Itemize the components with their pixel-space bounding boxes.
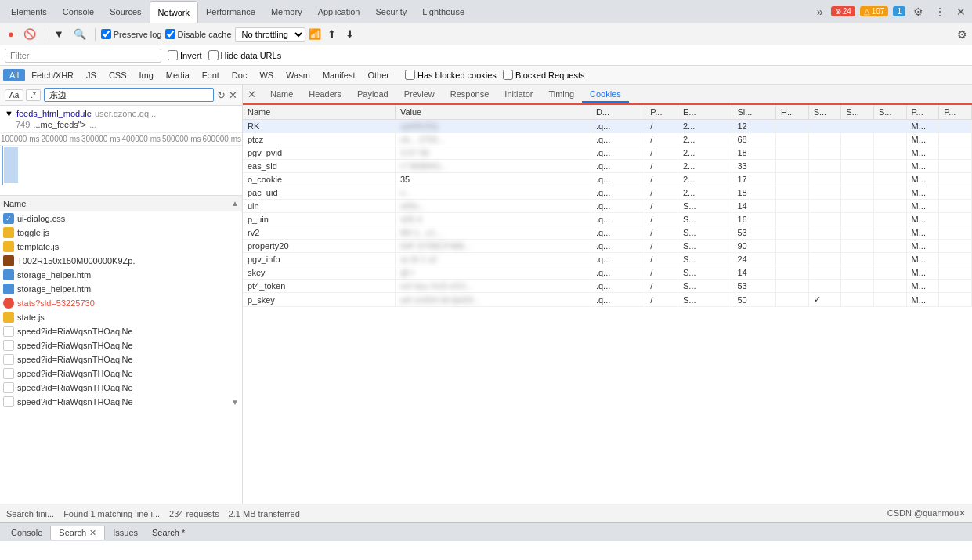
file-item-stats[interactable]: stats?sld=53225730 (0, 296, 242, 310)
blocked-requests-checkbox[interactable]: Blocked Requests (503, 70, 585, 80)
type-tab-fetch[interactable]: Fetch/XHR (25, 69, 80, 81)
panel-tab-payload[interactable]: Payload (349, 87, 396, 103)
type-tab-font[interactable]: Font (196, 69, 226, 81)
panel-tab-cookies[interactable]: Cookies (582, 87, 629, 103)
file-item-storage1[interactable]: storage_helper.html (0, 268, 242, 282)
search-refresh-btn[interactable]: ↻ (217, 89, 226, 101)
tab-performance[interactable]: Performance (198, 1, 263, 23)
more-btn[interactable]: ⋮ (931, 4, 949, 20)
col-header-size[interactable]: Si... (732, 105, 776, 120)
col-header-name[interactable]: Name (243, 105, 395, 120)
bottom-tab-console[interactable]: Console (3, 526, 50, 539)
source-tree-child[interactable]: 749 ...me_feeds"> ... (5, 120, 237, 129)
tab-sources[interactable]: Sources (102, 1, 149, 23)
col-header-sameparty[interactable]: S... (873, 105, 906, 120)
source-tree-root[interactable]: ▼ feeds_html_module user.qzone.qq... (5, 109, 237, 118)
preserve-log-checkbox[interactable]: Preserve log (101, 29, 162, 39)
table-row[interactable]: eas_sidI f 96884G....q.../2...33M... (243, 160, 972, 173)
table-row[interactable]: ptczcb... 2702....q.../2...68M... (243, 133, 972, 146)
col-header-expires[interactable]: E... (678, 105, 732, 120)
col-header-value[interactable]: Value (395, 105, 591, 120)
hide-data-urls-checkbox[interactable]: Hide data URLs (208, 50, 282, 60)
tab-elements[interactable]: Elements (3, 1, 55, 23)
table-row[interactable]: property2054F D708CF488....q.../S...90M.… (243, 240, 972, 253)
file-item-speed4[interactable]: speed?id=RiaWqsnTHOaqiNe (0, 367, 242, 381)
panel-tab-initiator[interactable]: Initiator (497, 87, 540, 103)
file-item-t002r[interactable]: T002R150x150M000000K9Zp. (0, 254, 242, 268)
filter-toggle-btn[interactable]: ▼ (51, 27, 67, 42)
col-header-samesite[interactable]: S... (841, 105, 874, 120)
tab-lighthouse[interactable]: Lighthouse (414, 1, 472, 23)
close-devtools-btn[interactable]: ✕ (953, 4, 969, 20)
table-row[interactable]: pgv_pvid3 57 58.q.../2...18M... (243, 146, 972, 160)
match-case-btn[interactable]: Aa (5, 89, 23, 101)
col-header-partitioned[interactable]: P... (939, 105, 972, 120)
table-row[interactable]: pt4_tokenxnf duu XcD-zOJ....q.../S...53M… (243, 280, 972, 293)
search-btn[interactable]: 🔍 (70, 27, 89, 42)
file-item-state-js[interactable]: state.js (0, 310, 242, 324)
throttle-select[interactable]: No throttling (235, 27, 305, 42)
table-row[interactable]: pgv_infoss 6t 1 s2.q.../S...24M... (243, 253, 972, 266)
table-row[interactable]: RKvjdiMU55j.q.../2...12M... (243, 120, 972, 133)
filter-input[interactable] (5, 49, 161, 63)
settings-icon[interactable]: ⚙ (957, 28, 967, 41)
search-clear-btn[interactable]: ✕ (229, 89, 237, 101)
info-badge[interactable]: 1 (893, 6, 905, 16)
regex-btn[interactable]: .* (26, 89, 41, 101)
bottom-tab-issues[interactable]: Issues (105, 526, 146, 539)
stop-btn[interactable]: 🚫 (20, 27, 39, 42)
panel-tab-timing[interactable]: Timing (540, 87, 582, 103)
tab-security[interactable]: Security (367, 1, 414, 23)
download-btn[interactable]: ⬇ (342, 27, 357, 42)
file-item-speed2[interactable]: speed?id=RiaWqsnTHOaqiNe (0, 338, 242, 352)
search-tab-close-icon[interactable]: ✕ (89, 528, 96, 538)
col-header-httponly[interactable]: H... (775, 105, 808, 120)
error-badge[interactable]: ⊗ 24 (831, 6, 855, 16)
table-row[interactable]: pac_uid v....q.../2...18M... (243, 186, 972, 200)
type-tab-js[interactable]: JS (80, 69, 103, 81)
type-tab-css[interactable]: CSS (103, 69, 133, 81)
tab-network[interactable]: Network (150, 1, 198, 23)
panel-tab-response[interactable]: Response (443, 87, 497, 103)
bottom-tab-search[interactable]: Search ✕ (50, 526, 105, 540)
disable-cache-checkbox[interactable]: Disable cache (165, 29, 232, 39)
tab-console[interactable]: Console (55, 1, 102, 23)
panel-tab-name[interactable]: Name (262, 87, 301, 103)
file-item-ui-dialog-css[interactable]: ✓ ui-dialog.css (0, 211, 242, 226)
type-tab-media[interactable]: Media (160, 69, 196, 81)
panel-tab-preview[interactable]: Preview (396, 87, 443, 103)
table-row[interactable]: p_skeyw9 /cHDH M-6jHDf....q.../S...50✓M.… (243, 293, 972, 307)
table-row[interactable]: skey@ t.q.../S...14M... (243, 266, 972, 280)
col-header-secure[interactable]: S... (808, 105, 841, 120)
blocked-cookies-checkbox[interactable]: Has blocked cookies (405, 70, 497, 80)
col-header-priority[interactable]: P... (906, 105, 939, 120)
panel-tab-headers[interactable]: Headers (301, 87, 349, 103)
warn-badge[interactable]: △ 107 (860, 6, 889, 16)
tab-memory[interactable]: Memory (263, 1, 310, 23)
type-tab-img[interactable]: Img (133, 69, 160, 81)
file-item-storage2[interactable]: storage_helper.html (0, 282, 242, 296)
table-row[interactable]: p_uino05 4.q.../S...16M... (243, 213, 972, 226)
settings-btn[interactable]: ⚙ (910, 4, 927, 20)
file-item-toggle-js[interactable]: toggle.js (0, 226, 242, 240)
table-row[interactable]: rv280l 1...c1....q.../S...53M... (243, 226, 972, 240)
col-header-domain[interactable]: D... (591, 105, 645, 120)
panel-close-btn[interactable]: ✕ (248, 89, 256, 100)
file-item-speed1[interactable]: speed?id=RiaWqsnTHOaqiNe (0, 324, 242, 338)
upload-btn[interactable]: ⬆ (324, 27, 339, 42)
col-header-path[interactable]: P... (645, 105, 678, 120)
type-tab-ws[interactable]: WS (253, 69, 280, 81)
type-tab-wasm[interactable]: Wasm (280, 69, 316, 81)
invert-checkbox[interactable]: Invert (168, 50, 202, 60)
table-row[interactable]: o_cookie35.q.../2...17M... (243, 173, 972, 186)
file-item-speed3[interactable]: speed?id=RiaWqsnTHOaqiNe (0, 352, 242, 367)
overflow-btn[interactable]: » (814, 4, 826, 20)
type-tab-other[interactable]: Other (361, 69, 396, 81)
file-item-speed6[interactable]: speed?id=RiaWqsnTHOaqiNe ▼ (0, 395, 242, 409)
type-tab-manifest[interactable]: Manifest (316, 69, 362, 81)
type-tab-all[interactable]: All (3, 69, 25, 81)
record-btn[interactable]: ● (5, 27, 17, 42)
file-item-speed5[interactable]: speed?id=RiaWqsnTHOaqiNe (0, 381, 242, 395)
type-tab-doc[interactable]: Doc (226, 69, 254, 81)
file-item-template-js[interactable]: template.js (0, 240, 242, 254)
